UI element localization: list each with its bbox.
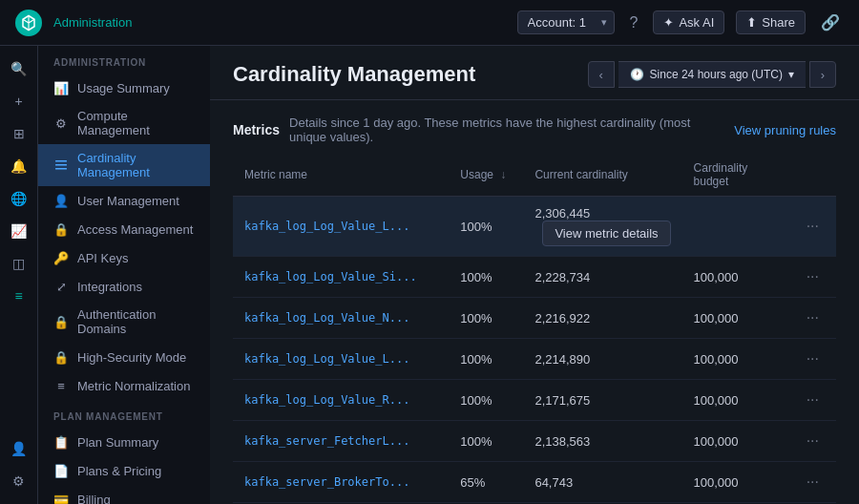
sidebar-item-usage-summary[interactable]: 📊 Usage Summary	[38, 74, 210, 102]
sidebar-item-access-management[interactable]: 🔒 Access Management	[38, 215, 210, 243]
page-title: Cardinality Management	[233, 62, 475, 87]
metric-usage-cell: 65%	[449, 462, 523, 503]
sidebar-item-user-management[interactable]: 👤 User Management	[38, 186, 210, 215]
sidebar-item-billing[interactable]: 💳 Billing	[38, 485, 210, 504]
time-prev-button[interactable]: ‹	[588, 61, 615, 88]
admin-section-label: ADMINISTRATION	[38, 46, 210, 74]
metric-norm-icon: ≡	[53, 378, 69, 393]
sort-arrow: ↓	[500, 168, 506, 181]
metric-name-cell[interactable]: kafka_log_Log_Value_Si...	[233, 257, 449, 298]
metric-more-button[interactable]: ···	[801, 348, 825, 369]
cardinality-mgmt-icon	[53, 158, 69, 173]
svg-rect-0	[55, 160, 67, 162]
sidebar-item-metric-normalization[interactable]: ≡ Metric Normalization	[38, 371, 210, 400]
table-header-row: Metric name Usage ↓ Current cardinality …	[233, 154, 836, 197]
metric-more-button[interactable]: ···	[801, 307, 825, 328]
sidebar-item-access-label: Access Management	[77, 222, 193, 237]
metric-name-cell[interactable]: kafka_log_Log_Value_L...	[233, 339, 449, 380]
sidebar-wide: ADMINISTRATION 📊 Usage Summary ⚙ Compute…	[38, 46, 210, 504]
metric-name-cell[interactable]: kafka_log_Log_Value_L...	[233, 197, 449, 257]
nav-globe-button[interactable]: 🌐	[4, 183, 34, 214]
sidebar-item-high-security-label: High-Security Mode	[77, 350, 186, 365]
table-row: kafka_log_Log_Value_L...100%2,214,890100…	[233, 339, 836, 380]
sidebar-icon-strip: 🔍 + ⊞ 🔔 🌐 📈 ◫ ≡ 👤 ⚙	[0, 46, 38, 504]
metric-name-cell[interactable]: kafka_server_FetcherL...	[233, 421, 449, 462]
sidebar-item-plans-pricing[interactable]: 📄 Plans & Pricing	[38, 456, 210, 485]
sidebar-item-usage-summary-label: Usage Summary	[77, 81, 170, 95]
sidebar-item-auth-domains[interactable]: 🔒 Authentication Domains	[38, 301, 210, 343]
sidebar-item-auth-label: Authentication Domains	[77, 307, 195, 336]
metric-more-button[interactable]: ···	[801, 216, 825, 237]
nav-alerts-button[interactable]: 🔔	[4, 151, 34, 181]
view-metric-details-popup[interactable]: View metric details	[542, 220, 670, 246]
table-row: kafka_log_Log_Value_L...100%2,306,445Vie…	[233, 197, 836, 257]
metric-more-button[interactable]: ···	[801, 266, 825, 287]
metric-budget-cell: 100,000	[682, 298, 789, 339]
sidebar-item-api-keys[interactable]: 🔑 API Keys	[38, 243, 210, 272]
metric-budget-cell: 100,000	[682, 380, 789, 421]
metric-action-cell: ···	[789, 197, 836, 257]
account-select[interactable]: Account: 1	[517, 10, 615, 34]
metric-cardinality-cell: 2,214,890	[523, 339, 681, 380]
metric-more-button[interactable]: ···	[801, 472, 825, 493]
nav-apps-button[interactable]: ⊞	[4, 118, 34, 149]
nav-admin-button[interactable]: ≡	[4, 281, 34, 311]
metric-more-button[interactable]: ···	[801, 389, 825, 410]
metric-usage-cell: 100%	[449, 339, 523, 380]
col-header-usage[interactable]: Usage ↓	[449, 154, 523, 197]
plan-summary-icon: 📋	[53, 434, 69, 450]
nav-layout-button[interactable]: ◫	[4, 248, 34, 279]
metric-budget-cell	[682, 197, 789, 257]
time-controls: ‹ 🕐 Since 24 hours ago (UTC) ▾ ›	[588, 61, 836, 88]
topbar: Administration Account: 1 ? ✦ Ask AI ⬆ S…	[0, 0, 859, 46]
nav-charts-button[interactable]: 📈	[4, 216, 34, 246]
table-row: kafka_server_BrokerTo...65%64,743100,000…	[233, 462, 836, 503]
sidebar-item-high-security[interactable]: 🔒 High-Security Mode	[38, 343, 210, 371]
content-header: Cardinality Management ‹ 🕐 Since 24 hour…	[210, 46, 859, 100]
help-button[interactable]: ?	[626, 10, 642, 35]
sidebar-item-compute-management[interactable]: ⚙ Compute Management	[38, 102, 210, 144]
metric-cardinality-cell: 2,228,734	[523, 257, 681, 298]
metric-name-cell[interactable]: kafka_log_Log_Value_N...	[233, 298, 449, 339]
link-icon-button[interactable]: 🔗	[817, 10, 844, 35]
metric-usage-cell: 100%	[449, 421, 523, 462]
nav-add-button[interactable]: +	[4, 86, 34, 116]
metric-cardinality-cell: 2,138,563	[523, 421, 681, 462]
sidebar-item-integrations[interactable]: ⤢ Integrations	[38, 272, 210, 301]
sidebar-item-user-label: User Management	[77, 194, 179, 208]
time-range-label: Since 24 hours ago (UTC)	[650, 68, 783, 81]
high-security-icon: 🔒	[53, 349, 69, 365]
metric-name-cell[interactable]: kafka_server_BrokerTo...	[233, 462, 449, 503]
svg-rect-1	[55, 164, 67, 166]
col-header-budget: Cardinality budget	[682, 154, 789, 197]
nav-search-button[interactable]: 🔍	[4, 53, 34, 84]
metric-action-cell: ···	[789, 421, 836, 462]
ask-ai-icon: ✦	[663, 15, 674, 30]
app-logo[interactable]	[15, 10, 42, 36]
metric-name-cell[interactable]: kafka_log_Log_Value_R...	[233, 380, 449, 421]
time-range-button[interactable]: 🕐 Since 24 hours ago (UTC) ▾	[618, 61, 806, 88]
metric-usage-cell: 100%	[449, 257, 523, 298]
metric-action-cell: ···	[789, 339, 836, 380]
sidebar-item-plans-pricing-label: Plans & Pricing	[77, 464, 161, 478]
ask-ai-button[interactable]: ✦ Ask AI	[653, 10, 724, 34]
sidebar-item-api-label: API Keys	[77, 251, 128, 265]
time-next-button[interactable]: ›	[809, 61, 836, 88]
view-pruning-button[interactable]: View pruning rules	[734, 123, 836, 137]
access-mgmt-icon: 🔒	[53, 221, 69, 237]
metrics-desc: Details since 1 day ago. These metrics h…	[289, 116, 724, 144]
sidebar-item-cardinality-management[interactable]: Cardinality Management	[38, 144, 210, 186]
chevron-down-icon: ▾	[788, 68, 794, 81]
metric-more-button[interactable]: ···	[801, 430, 825, 452]
svg-rect-2	[55, 168, 67, 170]
table-row: kafka_log_Log_Value_R...100%2,171,675100…	[233, 380, 836, 421]
breadcrumb[interactable]: Administration	[53, 15, 132, 30]
sidebar-item-billing-label: Billing	[77, 493, 111, 505]
metric-usage-cell: 100%	[449, 298, 523, 339]
nav-user-button[interactable]: 👤	[4, 433, 34, 464]
share-button[interactable]: ⬆ Share	[736, 10, 806, 34]
sidebar-item-plan-summary[interactable]: 📋 Plan Summary	[38, 428, 210, 456]
clock-icon: 🕐	[630, 68, 644, 81]
nav-settings-button[interactable]: ⚙	[4, 466, 34, 496]
billing-icon: 💳	[53, 492, 69, 504]
